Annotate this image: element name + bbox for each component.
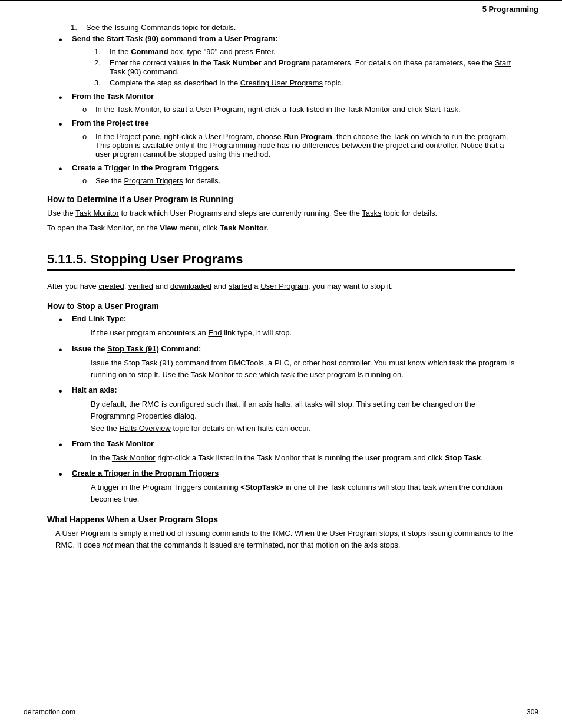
bullet-dot-4: • — [59, 163, 67, 174]
bullet-create-trigger-label: Create a Trigger in the Program Triggers — [72, 163, 219, 172]
bullet-dot-8: • — [59, 439, 67, 450]
bullet-main-project-tree: • From the Project tree — [59, 118, 515, 130]
bullet-main-create-trigger: • Create a Trigger in the Program Trigge… — [59, 163, 515, 174]
sub-create-trigger-text: See the Program Triggers for details. — [95, 176, 220, 185]
program-triggers-link-1[interactable]: Program Triggers — [124, 176, 183, 185]
bullet-create-trigger: • Create a Trigger in the Program Trigge… — [47, 163, 515, 185]
bullet-main-stop-task: • Issue the Stop Task (91) Command: — [59, 344, 515, 355]
bullet-dot-2: • — [59, 92, 67, 103]
bullet-task-monitor-label: From the Task Monitor — [72, 92, 154, 101]
create-trigger-program-triggers-link[interactable]: Create a Trigger in the Program Triggers — [72, 469, 219, 477]
tasks-link[interactable]: Tasks — [362, 209, 381, 218]
bullet-dot-1: • — [59, 34, 67, 45]
content-area: 1. See the Issuing Commands topic for de… — [0, 17, 562, 566]
issuing-commands-link[interactable]: Issuing Commands — [114, 23, 180, 32]
bullet-main-halt-axis: • Halt an axis: — [59, 386, 515, 397]
bullet-halt-axis-label: Halt an axis: — [72, 386, 117, 394]
bullet-task-monitor-stop: • From the Task Monitor In the Task Moni… — [47, 439, 515, 464]
bullet-dot-9: • — [59, 469, 67, 480]
footer-right: 309 — [527, 708, 538, 716]
task-monitor-link-2[interactable]: Task Monitor — [75, 209, 119, 218]
bullet-dot-3: • — [59, 118, 67, 130]
what-happens-para: A User Program is simply a method of iss… — [55, 528, 515, 551]
task-monitor-link-4[interactable]: Task Monitor — [112, 453, 156, 462]
bullet-main-send: • Send the Start Task (90) command from … — [59, 34, 515, 45]
task-monitor-link-1[interactable]: Task Monitor — [117, 105, 160, 114]
bullet-end-link-label: End Link Type: — [72, 314, 126, 323]
downloaded-link[interactable]: downloaded — [170, 282, 211, 291]
halts-overview-link[interactable]: Halts Overview — [119, 424, 170, 433]
sub-num-3: 3. Complete the step as described in the… — [94, 78, 515, 87]
bullet-project-tree-label: From the Project tree — [72, 118, 149, 127]
start-task-90-link[interactable]: Start Task (90) — [110, 58, 511, 76]
bullet-main-create-trigger-stop: • Create a Trigger in the Program Trigge… — [59, 469, 515, 480]
stop-task-91-link[interactable]: Stop Task (91) — [107, 344, 159, 353]
end-link-1[interactable]: End — [72, 314, 87, 323]
end-link-2[interactable]: End — [208, 328, 222, 337]
numbered-item-1-text: See the Issuing Commands topic for detai… — [86, 23, 236, 32]
sub-num-1: 1. In the Command box, type "90" and pre… — [94, 47, 515, 56]
sub-project-tree-text: In the Project pane, right-click a User … — [95, 132, 515, 159]
how-to-determine-para2: To open the Task Monitor, on the View me… — [47, 222, 515, 234]
task-monitor-link-3[interactable]: Task Monitor — [191, 370, 234, 379]
bullet-send-start-task: • Send the Start Task (90) command from … — [47, 34, 515, 87]
bullet-dot-7: • — [59, 386, 67, 397]
create-trigger-stop-body: A trigger in the Program Triggers contai… — [91, 482, 515, 505]
sub-num-1-text: In the Command box, type "90" and press … — [110, 47, 276, 56]
sub-num-2: 2. Enter the correct values in the Task … — [94, 58, 515, 76]
sub-circle-3: o — [82, 176, 91, 185]
user-program-link[interactable]: User Program — [260, 282, 308, 291]
bullet-sub-create-trigger: o See the Program Triggers for details. — [82, 176, 515, 185]
bullet-sub-project-tree: o In the Project pane, right-click a Use… — [82, 132, 515, 159]
bullet-end-link: • End Link Type: If the user program enc… — [47, 314, 515, 339]
bullet-main-end-link: • End Link Type: — [59, 314, 515, 325]
header-title: 5 Programming — [482, 5, 538, 14]
num-1: 1. — [71, 23, 82, 32]
started-link[interactable]: started — [229, 282, 252, 291]
section-divider — [47, 269, 515, 271]
sub-num-2-text: Enter the correct values in the Task Num… — [110, 58, 515, 76]
bullet-sub-task-monitor: o In the Task Monitor, to start a User P… — [82, 105, 515, 114]
sub-task-monitor-text: In the Task Monitor, to start a User Pro… — [95, 105, 461, 114]
how-to-stop-heading: How to Stop a User Program — [47, 301, 515, 311]
stop-task-body: Issue the Stop Task (91) command from RM… — [91, 357, 515, 381]
what-happens-heading: What Happens When a User Program Stops — [47, 515, 515, 524]
section-511-5-heading: 5.11.5. Stopping User Programs — [47, 252, 515, 267]
footer: deltamotion.com 309 — [0, 703, 562, 716]
bullet-create-trigger-stop-label: Create a Trigger in the Program Triggers — [72, 469, 219, 477]
bullet-main-task-monitor: • From the Task Monitor — [59, 92, 515, 103]
verified-link[interactable]: verified — [128, 282, 153, 291]
sub-circle-1: o — [82, 105, 91, 114]
bullet-task-monitor: • From the Task Monitor o In the Task Mo… — [47, 92, 515, 114]
footer-left: deltamotion.com — [24, 708, 75, 716]
end-link-body: If the user program encounters an End li… — [91, 327, 515, 339]
bullet-stop-task: • Issue the Stop Task (91) Command: Issu… — [47, 344, 515, 381]
numbered-item-1: 1. See the Issuing Commands topic for de… — [71, 23, 515, 32]
task-monitor-stop-body: In the Task Monitor right-click a Task l… — [91, 452, 515, 464]
created-link[interactable]: created — [98, 282, 124, 291]
bullet-dot-5: • — [59, 314, 67, 325]
bullet-halt-axis: • Halt an axis: By default, the RMC is c… — [47, 386, 515, 434]
bullet-create-trigger-stop: • Create a Trigger in the Program Trigge… — [47, 469, 515, 505]
how-to-determine-para1: Use the Task Monitor to track which User… — [47, 207, 515, 219]
bullet-send-label: Send the Start Task (90) command from a … — [72, 34, 277, 43]
bullet-main-task-monitor-stop: • From the Task Monitor — [59, 439, 515, 450]
top-bar: 5 Programming — [0, 0, 562, 17]
section-511-5-intro: After you have created, verified and dow… — [47, 281, 515, 292]
bullet-dot-6: • — [59, 344, 67, 355]
bullet-project-tree: • From the Project tree o In the Project… — [47, 118, 515, 158]
bullet-task-monitor-stop-label: From the Task Monitor — [72, 439, 154, 448]
sub-circle-2: o — [82, 132, 91, 141]
halt-axis-body: By default, the RMC is configured such t… — [91, 398, 515, 434]
section-511-5-container: 5.11.5. Stopping User Programs — [47, 252, 515, 271]
bullet-stop-task-label: Issue the Stop Task (91) Command: — [72, 344, 201, 353]
sub-num-3-text: Complete the step as described in the Cr… — [110, 78, 343, 87]
page-container: 5 Programming 1. See the Issuing Command… — [0, 0, 562, 728]
how-to-determine-heading: How to Determine if a User Program is Ru… — [47, 195, 515, 204]
creating-user-programs-link[interactable]: Creating User Programs — [240, 78, 323, 87]
